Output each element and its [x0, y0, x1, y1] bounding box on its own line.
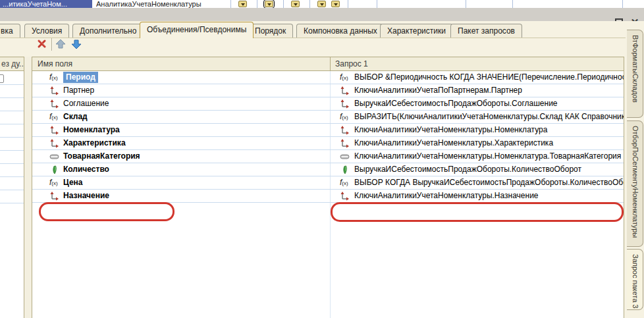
column-header-query1: Запрос 1 — [335, 57, 368, 70]
tabstrip-edge — [0, 38, 626, 38]
field-name-cell[interactable]: f(x)Цена — [32, 176, 330, 189]
left-fragment-panel: ез ду... — [0, 57, 24, 318]
field-name-cell[interactable]: ТоварнаяКатегория — [32, 150, 330, 163]
side-tab-3[interactable]: Запрос пакета 3 — [627, 249, 643, 310]
field-name-label: Количество — [63, 165, 109, 174]
query-expression-cell[interactable]: f(x)ВЫБОР КОГДА ВыручкаИСебестоимостьПро… — [331, 176, 624, 189]
header-column-separator[interactable] — [330, 57, 331, 71]
field-name-cell[interactable]: Характеристика — [32, 137, 330, 149]
move-up-button[interactable] — [55, 38, 67, 50]
dimension-axis-icon — [49, 86, 59, 95]
table-row: f(x)Складf(x)ВЫРАЗИТЬ(КлючиАналитикиУчет… — [32, 111, 624, 124]
field-name-cell[interactable]: Назначение — [32, 190, 330, 202]
panel-splitter[interactable] — [24, 57, 32, 318]
dropdown-button[interactable] — [317, 1, 326, 7]
tab-5[interactable]: Порядок — [248, 24, 293, 38]
query-expression-cell[interactable]: КлючиАналитикиУчетаНоменклатуры.Характер… — [331, 137, 624, 149]
field-name-cell[interactable]: f(x)Период — [32, 71, 330, 84]
tab-1[interactable]: вка — [0, 24, 20, 38]
tab-2[interactable]: Условия — [24, 24, 69, 38]
tab-8[interactable]: Пакет запросов — [450, 24, 522, 38]
function-icon: f(x) — [340, 73, 350, 82]
left-row-line — [0, 176, 24, 177]
background-cell-separator — [466, 0, 466, 8]
field-name-label: Цена — [63, 178, 83, 187]
field-name-cell[interactable]: Номенклатура — [32, 124, 330, 136]
column-header-field-name: Имя поля — [38, 57, 72, 70]
dimension-axis-icon — [340, 86, 350, 95]
background-cell-separator — [230, 0, 231, 8]
left-panel-header: ез ду... — [0, 57, 24, 71]
tab-4[interactable]: Объединения/Псевдонимы — [140, 22, 254, 38]
table-row: f(x)Ценаf(x)ВЫБОР КОГДА ВыручкаИСебестои… — [32, 176, 624, 190]
query-expression-cell[interactable]: КлючиАналитикиУчетаПоПартнерам.Партнер — [331, 84, 624, 97]
background-cell-separator — [377, 0, 377, 8]
query-expression-cell[interactable]: ВыручкаИСебестоимостьПродажОбороты.Колич… — [331, 163, 624, 176]
background-selected-cell[interactable]: ...итикаУчетаНом... — [0, 0, 92, 8]
background-cell-separator — [283, 0, 284, 8]
tab-6[interactable]: Компоновка данных — [296, 24, 385, 38]
dimension-axis-icon — [340, 99, 350, 109]
dimension-axis-icon — [340, 126, 350, 135]
table-row: ТоварнаяКатегорияКлючиАналитикиУчетаНоме… — [32, 150, 624, 163]
background-cell-separator — [622, 0, 623, 8]
dimension-axis-icon — [340, 139, 350, 148]
table-row: ПартнерКлючиАналитикиУчетаПоПартнерам.Па… — [32, 84, 624, 97]
field-name-label: Период — [63, 72, 98, 83]
dropdown-button[interactable] — [331, 1, 340, 7]
field-name-label: Склад — [63, 112, 88, 121]
table-row: НазначениеКлючиАналитикиУчетаНоменклатур… — [32, 190, 624, 203]
query-expression-cell[interactable]: f(x)ВЫРАЗИТЬ(КлючиАналитикиУчетаНоменкла… — [331, 111, 624, 123]
query-expression-label: КлючиАналитикиУчетаНоменклатуры.Характер… — [354, 137, 553, 149]
background-cell[interactable]: АналитикаУчетаНоменклатуры — [96, 0, 281, 8]
equals-attribute-icon — [340, 152, 350, 161]
side-tab-2[interactable]: ОтборПоСегментуНоменклатуры — [627, 120, 643, 247]
background-cell-separator — [348, 0, 348, 8]
window-titlebar: ✕ — [0, 8, 644, 21]
field-name-label: Партнер — [63, 86, 94, 95]
arrow-up-icon — [55, 38, 67, 50]
dropdown-button[interactable] — [291, 1, 300, 7]
delete-cross-icon — [36, 38, 48, 50]
field-name-label: Соглашение — [63, 99, 109, 108]
field-name-cell[interactable]: Соглашение — [32, 97, 330, 110]
grid-header: Имя поля Запрос 1 — [32, 57, 624, 71]
dimension-axis-icon — [340, 192, 350, 201]
query-expression-cell[interactable]: КлючиАналитикиУчетаНоменклатуры.Назначен… — [331, 190, 624, 202]
dropdown-button[interactable] — [265, 1, 273, 7]
dimension-axis-icon — [49, 99, 59, 109]
tab-3[interactable]: Дополнительно — [72, 24, 144, 38]
dropdown-button[interactable] — [238, 1, 247, 7]
field-name-label: Назначение — [63, 191, 109, 200]
fields-grid: Имя поля Запрос 1 f(x)Периодf(x)ВЫБОР &П… — [32, 57, 624, 318]
move-down-button[interactable] — [70, 38, 82, 50]
field-name-label: Номенклатура — [63, 125, 120, 134]
toolbar-separator — [51, 38, 52, 51]
side-tab-1[interactable]: ВтФорматыСкладов — [627, 30, 643, 118]
field-name-cell[interactable]: f(x)Склад — [32, 111, 330, 123]
query-expression-label: ВыручкаИСебестоимостьПродажОбороты.Колич… — [354, 163, 581, 176]
table-row: ХарактеристикаКлючиАналитикиУчетаНоменкл… — [32, 137, 624, 150]
equals-attribute-icon — [49, 152, 59, 161]
background-cell-separator — [257, 0, 257, 8]
table-row: f(x)Периодf(x)ВЫБОР &Периодичность КОГДА… — [32, 71, 624, 84]
function-icon: f(x) — [49, 113, 59, 122]
checkbox-fragment[interactable] — [0, 74, 4, 83]
tab-7[interactable]: Характеристики — [380, 24, 453, 38]
field-name-cell[interactable]: Количество — [32, 163, 330, 176]
dimension-axis-icon — [49, 126, 59, 135]
field-name-cell[interactable]: Партнер — [32, 84, 330, 97]
delete-field-button[interactable] — [36, 38, 48, 50]
left-row-line — [0, 190, 24, 190]
query-expression-cell[interactable]: КлючиАналитикиУчетаНоменклатуры.Номенкла… — [331, 150, 624, 163]
query-expression-cell[interactable]: f(x)ВЫБОР &Периодичность КОГДА ЗНАЧЕНИЕ(… — [331, 71, 624, 84]
left-row-line — [0, 150, 24, 151]
query-expression-cell[interactable]: ВыручкаИСебестоимостьПродажОбороты.Согла… — [331, 97, 624, 110]
dimension-axis-icon — [49, 192, 59, 201]
table-row: КоличествоВыручкаИСебестоимостьПродажОбо… — [32, 163, 624, 176]
query-expression-cell[interactable]: КлючиАналитикиУчетаНоменклатуры.Номенкла… — [331, 124, 624, 136]
query-expression-label: ВЫБОР КОГДА ВыручкаИСебестоимостьПродажО… — [354, 176, 624, 189]
background-grid-row: ...итикаУчетаНом... АналитикаУчетаНоменк… — [0, 0, 644, 8]
left-row-line — [0, 97, 24, 98]
table-row: СоглашениеВыручкаИСебестоимостьПродажОбо… — [32, 97, 624, 111]
